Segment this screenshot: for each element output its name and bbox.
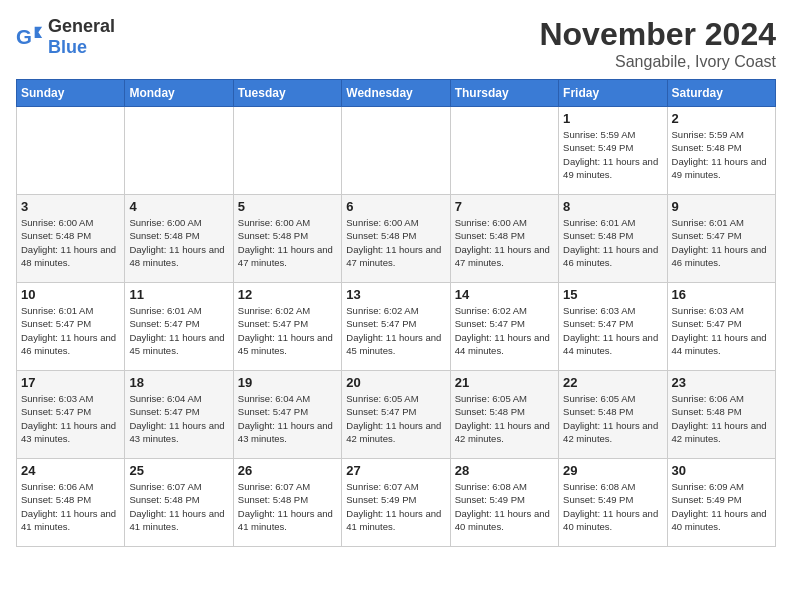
table-row: 11Sunrise: 6:01 AMSunset: 5:47 PMDayligh… xyxy=(125,283,233,371)
col-saturday: Saturday xyxy=(667,80,775,107)
table-row: 1Sunrise: 5:59 AMSunset: 5:49 PMDaylight… xyxy=(559,107,667,195)
day-number: 10 xyxy=(21,287,120,302)
table-row: 27Sunrise: 6:07 AMSunset: 5:49 PMDayligh… xyxy=(342,459,450,547)
logo-general: General xyxy=(48,16,115,36)
table-row: 21Sunrise: 6:05 AMSunset: 5:48 PMDayligh… xyxy=(450,371,558,459)
day-info: Sunrise: 6:09 AMSunset: 5:49 PMDaylight:… xyxy=(672,480,771,533)
day-info: Sunrise: 6:07 AMSunset: 5:49 PMDaylight:… xyxy=(346,480,445,533)
calendar-week-row: 3Sunrise: 6:00 AMSunset: 5:48 PMDaylight… xyxy=(17,195,776,283)
calendar-week-row: 10Sunrise: 6:01 AMSunset: 5:47 PMDayligh… xyxy=(17,283,776,371)
day-number: 17 xyxy=(21,375,120,390)
logo-blue: Blue xyxy=(48,37,87,57)
day-number: 18 xyxy=(129,375,228,390)
day-info: Sunrise: 6:00 AMSunset: 5:48 PMDaylight:… xyxy=(129,216,228,269)
table-row: 12Sunrise: 6:02 AMSunset: 5:47 PMDayligh… xyxy=(233,283,341,371)
day-number: 11 xyxy=(129,287,228,302)
day-info: Sunrise: 6:00 AMSunset: 5:48 PMDaylight:… xyxy=(455,216,554,269)
calendar-table: Sunday Monday Tuesday Wednesday Thursday… xyxy=(16,79,776,547)
table-row: 6Sunrise: 6:00 AMSunset: 5:48 PMDaylight… xyxy=(342,195,450,283)
svg-text:G: G xyxy=(16,25,32,48)
table-row: 20Sunrise: 6:05 AMSunset: 5:47 PMDayligh… xyxy=(342,371,450,459)
day-number: 6 xyxy=(346,199,445,214)
table-row: 14Sunrise: 6:02 AMSunset: 5:47 PMDayligh… xyxy=(450,283,558,371)
day-info: Sunrise: 6:07 AMSunset: 5:48 PMDaylight:… xyxy=(129,480,228,533)
logo-text: General Blue xyxy=(48,16,115,58)
location-subtitle: Sangabile, Ivory Coast xyxy=(539,53,776,71)
calendar-week-row: 1Sunrise: 5:59 AMSunset: 5:49 PMDaylight… xyxy=(17,107,776,195)
table-row: 8Sunrise: 6:01 AMSunset: 5:48 PMDaylight… xyxy=(559,195,667,283)
day-number: 2 xyxy=(672,111,771,126)
day-number: 15 xyxy=(563,287,662,302)
day-info: Sunrise: 6:03 AMSunset: 5:47 PMDaylight:… xyxy=(672,304,771,357)
table-row: 29Sunrise: 6:08 AMSunset: 5:49 PMDayligh… xyxy=(559,459,667,547)
calendar-body: 1Sunrise: 5:59 AMSunset: 5:49 PMDaylight… xyxy=(17,107,776,547)
header-row: Sunday Monday Tuesday Wednesday Thursday… xyxy=(17,80,776,107)
day-info: Sunrise: 5:59 AMSunset: 5:49 PMDaylight:… xyxy=(563,128,662,181)
day-number: 27 xyxy=(346,463,445,478)
day-number: 23 xyxy=(672,375,771,390)
day-number: 4 xyxy=(129,199,228,214)
day-number: 12 xyxy=(238,287,337,302)
col-monday: Monday xyxy=(125,80,233,107)
day-info: Sunrise: 6:06 AMSunset: 5:48 PMDaylight:… xyxy=(21,480,120,533)
day-number: 7 xyxy=(455,199,554,214)
day-number: 28 xyxy=(455,463,554,478)
day-info: Sunrise: 6:00 AMSunset: 5:48 PMDaylight:… xyxy=(21,216,120,269)
table-row: 13Sunrise: 6:02 AMSunset: 5:47 PMDayligh… xyxy=(342,283,450,371)
day-info: Sunrise: 6:02 AMSunset: 5:47 PMDaylight:… xyxy=(346,304,445,357)
day-number: 30 xyxy=(672,463,771,478)
day-info: Sunrise: 6:03 AMSunset: 5:47 PMDaylight:… xyxy=(563,304,662,357)
day-info: Sunrise: 6:00 AMSunset: 5:48 PMDaylight:… xyxy=(346,216,445,269)
table-row: 18Sunrise: 6:04 AMSunset: 5:47 PMDayligh… xyxy=(125,371,233,459)
col-sunday: Sunday xyxy=(17,80,125,107)
table-row xyxy=(17,107,125,195)
day-number: 16 xyxy=(672,287,771,302)
day-info: Sunrise: 5:59 AMSunset: 5:48 PMDaylight:… xyxy=(672,128,771,181)
day-info: Sunrise: 6:00 AMSunset: 5:48 PMDaylight:… xyxy=(238,216,337,269)
col-thursday: Thursday xyxy=(450,80,558,107)
month-title: November 2024 xyxy=(539,16,776,53)
table-row: 5Sunrise: 6:00 AMSunset: 5:48 PMDaylight… xyxy=(233,195,341,283)
day-info: Sunrise: 6:05 AMSunset: 5:47 PMDaylight:… xyxy=(346,392,445,445)
table-row: 16Sunrise: 6:03 AMSunset: 5:47 PMDayligh… xyxy=(667,283,775,371)
logo: G General Blue xyxy=(16,16,115,58)
table-row: 7Sunrise: 6:00 AMSunset: 5:48 PMDaylight… xyxy=(450,195,558,283)
table-row: 25Sunrise: 6:07 AMSunset: 5:48 PMDayligh… xyxy=(125,459,233,547)
day-info: Sunrise: 6:05 AMSunset: 5:48 PMDaylight:… xyxy=(455,392,554,445)
table-row: 23Sunrise: 6:06 AMSunset: 5:48 PMDayligh… xyxy=(667,371,775,459)
logo-icon: G xyxy=(16,23,44,51)
table-row: 30Sunrise: 6:09 AMSunset: 5:49 PMDayligh… xyxy=(667,459,775,547)
day-number: 26 xyxy=(238,463,337,478)
day-info: Sunrise: 6:04 AMSunset: 5:47 PMDaylight:… xyxy=(238,392,337,445)
day-info: Sunrise: 6:08 AMSunset: 5:49 PMDaylight:… xyxy=(455,480,554,533)
table-row: 10Sunrise: 6:01 AMSunset: 5:47 PMDayligh… xyxy=(17,283,125,371)
table-row: 28Sunrise: 6:08 AMSunset: 5:49 PMDayligh… xyxy=(450,459,558,547)
table-row: 2Sunrise: 5:59 AMSunset: 5:48 PMDaylight… xyxy=(667,107,775,195)
table-row xyxy=(233,107,341,195)
table-row: 22Sunrise: 6:05 AMSunset: 5:48 PMDayligh… xyxy=(559,371,667,459)
day-number: 14 xyxy=(455,287,554,302)
day-number: 21 xyxy=(455,375,554,390)
svg-marker-1 xyxy=(35,27,42,38)
table-row: 19Sunrise: 6:04 AMSunset: 5:47 PMDayligh… xyxy=(233,371,341,459)
day-info: Sunrise: 6:03 AMSunset: 5:47 PMDaylight:… xyxy=(21,392,120,445)
day-info: Sunrise: 6:01 AMSunset: 5:47 PMDaylight:… xyxy=(672,216,771,269)
day-number: 24 xyxy=(21,463,120,478)
table-row: 24Sunrise: 6:06 AMSunset: 5:48 PMDayligh… xyxy=(17,459,125,547)
table-row: 17Sunrise: 6:03 AMSunset: 5:47 PMDayligh… xyxy=(17,371,125,459)
day-number: 29 xyxy=(563,463,662,478)
day-number: 3 xyxy=(21,199,120,214)
day-number: 1 xyxy=(563,111,662,126)
day-number: 13 xyxy=(346,287,445,302)
day-info: Sunrise: 6:01 AMSunset: 5:47 PMDaylight:… xyxy=(129,304,228,357)
day-info: Sunrise: 6:07 AMSunset: 5:48 PMDaylight:… xyxy=(238,480,337,533)
day-info: Sunrise: 6:06 AMSunset: 5:48 PMDaylight:… xyxy=(672,392,771,445)
header: G General Blue November 2024 Sangabile, … xyxy=(16,16,776,71)
table-row: 9Sunrise: 6:01 AMSunset: 5:47 PMDaylight… xyxy=(667,195,775,283)
day-number: 9 xyxy=(672,199,771,214)
table-row: 4Sunrise: 6:00 AMSunset: 5:48 PMDaylight… xyxy=(125,195,233,283)
day-info: Sunrise: 6:08 AMSunset: 5:49 PMDaylight:… xyxy=(563,480,662,533)
table-row xyxy=(125,107,233,195)
day-number: 20 xyxy=(346,375,445,390)
day-info: Sunrise: 6:02 AMSunset: 5:47 PMDaylight:… xyxy=(238,304,337,357)
